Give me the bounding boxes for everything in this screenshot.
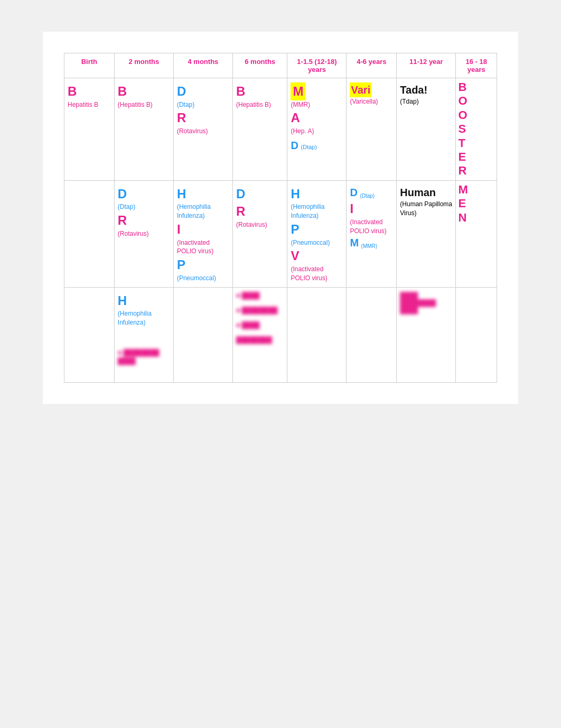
vaccine-name-mmr2: (MMR) — [361, 241, 378, 248]
cell-4-6-row3 — [347, 287, 397, 382]
vaccine-letter-D5: D — [350, 187, 357, 198]
men-N: N — [458, 211, 494, 225]
vaccine-letter-H: H — [177, 185, 229, 203]
cell-birth-row2 — [64, 180, 115, 287]
vaccine-name-pneumo2: (Pneumoccal) — [291, 238, 343, 247]
cell-content: B (Hepatitis B) — [236, 82, 284, 109]
cell-1-15-row2: H (Hemophilia Infulenza) P (Pneumoccal) … — [287, 180, 347, 287]
cell-11-12-row1: Tada! (Tdap) — [397, 78, 456, 181]
cell-content: M (MMR) A (Hep. A) D (Dtap) — [291, 82, 343, 153]
header-11-12: 11-12 year — [397, 53, 456, 78]
cell-birth-row3 — [64, 287, 115, 382]
vaccine-name-rota3: (Rotavirus) — [236, 220, 284, 229]
cell-content: D (Dtap) R (Rotavirus) — [177, 82, 229, 136]
vaccine-name-dtap3: (Dtap) — [118, 202, 170, 211]
cell-4-6-row1: Vari (Varicella) — [347, 78, 397, 181]
vaccine-letter-R: R — [177, 109, 229, 127]
vaccine-letter-R2: R — [118, 211, 170, 229]
cell-4-6-row2: D (Dtap) I (Inactivated POLIO virus) M (… — [347, 180, 397, 287]
tada-label: Tada! — [400, 82, 452, 97]
cell-content: D R (Rotavirus) — [236, 185, 284, 229]
men-E: E — [458, 197, 494, 210]
vaccine-letter-H2: H — [291, 185, 343, 203]
vaccine-letter-P2: P — [291, 220, 343, 238]
vaccine-name-hepa: (Hep. A) — [291, 127, 343, 136]
vaccine-label-human: Human — [400, 185, 452, 200]
cell-2m-row3: H (Hemophilia Infulenza) ■ ████████████ — [114, 287, 173, 382]
header-2m: 2 months — [114, 53, 173, 78]
cell-2m-row1: B (Hepatitis B) — [114, 78, 173, 181]
booster-O1: O — [458, 94, 494, 108]
header-4-6: 4-6 years — [347, 53, 397, 78]
vaccine-schedule-table: Birth 2 months 4 months 6 months 1-1.5 (… — [64, 53, 497, 383]
cell-content: H (Hemophilia Infulenza) P (Pneumoccal) … — [291, 185, 343, 283]
header-1-15: 1-1.5 (12-18) years — [287, 53, 347, 78]
cell-11-12-row3: ████████████████ — [397, 287, 456, 382]
men-letters: M E N — [458, 183, 494, 225]
booster-E: E — [458, 150, 494, 164]
vaccine-name-rota2: (Rotavirus) — [118, 229, 170, 238]
cell-16-18-row3 — [456, 287, 497, 382]
vaccine-name-hepatitis-b: Hepatitis B — [68, 100, 111, 109]
vaccine-name-pneumo: (Pneumoccal) — [177, 274, 229, 283]
vaccine-letter-M2: M — [350, 237, 359, 248]
header-birth: Birth — [64, 53, 115, 78]
vaccine-letter-R3: R — [236, 202, 284, 220]
vaccine-letter-P: P — [177, 256, 229, 274]
vaccine-name-hepb2: (Hepatitis B) — [236, 100, 284, 109]
blurred-content-11-12: ████████████████ — [400, 292, 452, 314]
vaccine-name-rota: (Rotavirus) — [177, 127, 229, 136]
booster-S: S — [458, 122, 494, 136]
page: Birth 2 months 4 months 6 months 1-1.5 (… — [43, 32, 518, 404]
vaccine-name-hemo2: (Hemophilia Infulenza) — [291, 202, 343, 220]
vaccine-letter-H3-wrapper: H (Hemophilia Infulenza) — [118, 292, 170, 327]
row-3: H (Hemophilia Infulenza) ■ ████████████ … — [64, 287, 497, 382]
row-2: D (Dtap) R (Rotavirus) H (Hemophilia Inf… — [64, 180, 497, 287]
cell-content: Tada! (Tdap) — [400, 82, 452, 106]
vaccine-name-hemo: (Hemophilia Infulenza) — [177, 202, 229, 220]
cell-content: H (Hemophilia Infulenza) ■ ████████████ — [118, 292, 170, 366]
cell-content: D (Dtap) R (Rotavirus) — [118, 185, 170, 238]
vaccine-letter-B2: B — [118, 82, 170, 100]
cell-4m-row3 — [173, 287, 232, 382]
cell-4m-row2: H (Hemophilia Infulenza) I (Inactivated … — [173, 180, 232, 287]
blurred-content-6m: ■ ████■ ████████■ ████████████ — [236, 292, 284, 344]
booster-T: T — [458, 136, 494, 150]
vaccine-letter-H3: H — [118, 292, 170, 310]
cell-content: Human (Human Papilloma Virus) — [400, 185, 452, 218]
vaccine-letter-D3: D — [118, 185, 170, 203]
vaccine-name-polio2: (Inactivated POLIO virus) — [291, 265, 343, 283]
vaccine-letter-A: A — [291, 109, 343, 127]
blurred-content-2m: ■ ████████████ — [118, 348, 170, 366]
vaccine-name-dtap: (Dtap) — [177, 100, 229, 109]
vaccine-name-hpv: (Human Papilloma Virus) — [400, 200, 452, 218]
dtap-row: D (Dtap) — [350, 185, 393, 200]
vaccine-name-dtap2: (Dtap) — [301, 144, 317, 150]
cell-16-18-row1: B O O S T E R — [456, 78, 497, 181]
vaccine-name-polio3: (Inactivated POLIO virus) — [350, 218, 393, 236]
cell-1-15-row1: M (MMR) A (Hep. A) D (Dtap) — [287, 78, 347, 181]
cell-content: B Hepatitis B — [68, 82, 111, 109]
mmr-row: M (MMR) — [350, 235, 393, 250]
vaccine-name-polio: (Inactivated POLIO virus) — [177, 238, 229, 256]
cell-6m-row1: B (Hepatitis B) — [232, 78, 287, 181]
vaccine-letter-I: I — [177, 220, 229, 238]
vaccine-name-hepb: (Hepatitis B) — [118, 100, 170, 109]
vaccine-letter-I2: I — [350, 200, 393, 218]
cell-birth-row1: B Hepatitis B — [64, 78, 115, 181]
cell-content: Vari (Varicella) — [350, 82, 393, 106]
cell-1-15-row3 — [287, 287, 347, 382]
booster-letters: B O O S T E R — [458, 80, 494, 178]
cell-6m-row3: ■ ████■ ████████■ ████████████ — [232, 287, 287, 382]
cell-11-12-row2: Human (Human Papilloma Virus) — [397, 180, 456, 287]
vaccine-name-dtap4: (Dtap) — [360, 190, 375, 198]
booster-O2: O — [458, 108, 494, 122]
cell-content: H (Hemophilia Infulenza) I (Inactivated … — [177, 185, 229, 283]
cell-2m-row2: D (Dtap) R (Rotavirus) — [114, 180, 173, 287]
vaccine-letter-D2: D — [291, 140, 298, 151]
vaccine-letter-V: V — [291, 247, 343, 265]
header-4m: 4 months — [173, 53, 232, 78]
header-6m: 6 months — [232, 53, 287, 78]
vaccine-letter-D4: D — [236, 185, 284, 203]
vaccine-letter-B: B — [68, 82, 111, 100]
